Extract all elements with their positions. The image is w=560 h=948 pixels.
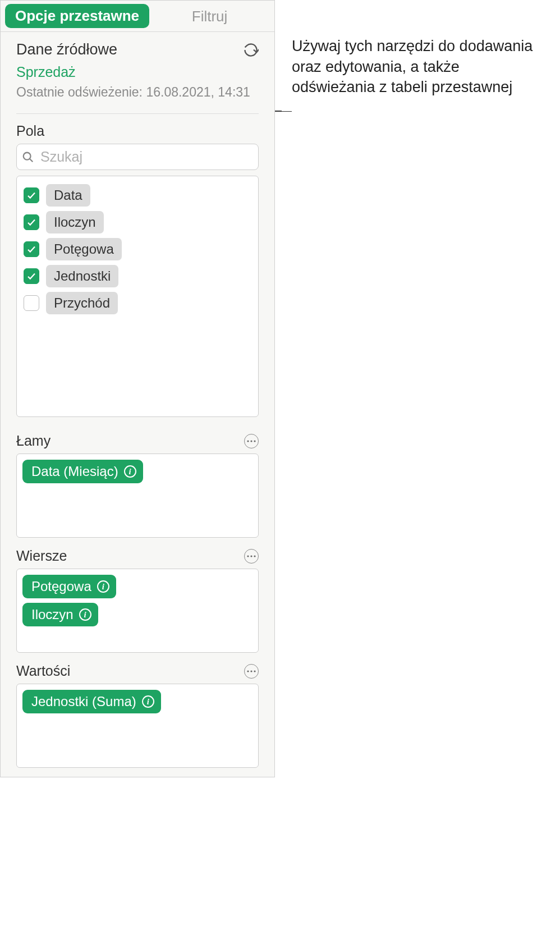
columns-zone-header: Łamy — [1, 433, 274, 449]
source-data-section: Dane źródłowe Sprzedaż Ostatnie odświeże… — [1, 32, 274, 106]
info-icon[interactable]: i — [142, 695, 154, 708]
svg-point-0 — [24, 152, 31, 159]
zone-field-label: Iloczyn — [31, 607, 74, 622]
info-icon[interactable]: i — [97, 580, 109, 593]
field-pill[interactable]: Iloczyn — [46, 211, 104, 233]
tab-pivot-options[interactable]: Opcje przestawne — [5, 4, 149, 28]
zone-field-pill[interactable]: Jednostki (Suma)i — [22, 690, 161, 713]
info-icon[interactable]: i — [124, 465, 136, 478]
svg-point-10 — [254, 670, 255, 672]
values-zone-header: Wartości — [1, 663, 274, 679]
rows-zone-title: Wiersze — [16, 548, 67, 564]
rows-more-icon[interactable] — [244, 549, 259, 564]
svg-point-5 — [247, 555, 249, 557]
field-checkbox[interactable] — [24, 268, 39, 284]
zone-field-label: Data (Miesiąc) — [31, 464, 118, 479]
field-pill[interactable]: Jednostki — [46, 265, 118, 287]
field-pill[interactable]: Przychód — [46, 292, 118, 314]
svg-point-9 — [250, 670, 252, 672]
svg-point-3 — [250, 440, 252, 442]
rows-zone-header: Wiersze — [1, 548, 274, 564]
svg-point-7 — [254, 555, 255, 557]
zone-field-pill[interactable]: Iloczyni — [22, 603, 98, 626]
svg-point-4 — [254, 440, 255, 442]
field-checkbox[interactable] — [24, 241, 39, 257]
search-icon — [22, 151, 34, 163]
fields-section: Pola DataIloczynPotęgowaJednostkiPrzychó… — [1, 114, 274, 423]
columns-more-icon[interactable] — [244, 434, 259, 448]
rows-zone[interactable]: PotęgowaiIloczyni — [16, 569, 259, 653]
field-checkbox[interactable] — [24, 295, 39, 311]
fields-list: DataIloczynPotęgowaJednostkiPrzychód — [16, 176, 259, 417]
field-row: Przychód — [24, 290, 251, 317]
values-more-icon[interactable] — [244, 664, 259, 679]
field-row: Iloczyn — [24, 209, 251, 236]
search-input[interactable] — [16, 144, 259, 170]
field-pill[interactable]: Data — [46, 184, 90, 207]
field-row: Potęgowa — [24, 236, 251, 263]
values-zone-title: Wartości — [16, 663, 70, 679]
source-data-title: Dane źródłowe — [16, 41, 117, 58]
pivot-options-panel: Opcje przestawne Filtruj Dane źródłowe S… — [0, 0, 275, 777]
field-pill[interactable]: Potęgowa — [46, 238, 122, 260]
field-checkbox[interactable] — [24, 214, 39, 230]
zone-field-pill[interactable]: Data (Miesiąc)i — [22, 460, 143, 483]
zone-field-label: Jednostki (Suma) — [31, 694, 136, 709]
callout-text: Używaj tych narzędzi do dodawania oraz e… — [292, 36, 539, 97]
field-checkbox[interactable] — [24, 187, 39, 203]
tab-bar: Opcje przestawne Filtruj — [1, 1, 274, 32]
zone-field-pill[interactable]: Potęgowai — [22, 575, 116, 598]
field-row: Jednostki — [24, 263, 251, 290]
callout: Używaj tych narzędzi do dodawania oraz e… — [275, 0, 539, 117]
svg-point-6 — [250, 555, 252, 557]
columns-zone[interactable]: Data (Miesiąc)i — [16, 454, 259, 538]
field-row: Data — [24, 182, 251, 209]
last-refresh-timestamp: Ostatnie odświeżenie: 16.08.2021, 14:31 — [16, 85, 259, 100]
tab-filter[interactable]: Filtruj — [149, 4, 270, 31]
refresh-icon[interactable] — [243, 42, 259, 58]
columns-zone-title: Łamy — [16, 433, 51, 449]
values-zone[interactable]: Jednostki (Suma)i — [16, 684, 259, 768]
svg-line-1 — [30, 158, 33, 162]
svg-point-8 — [247, 670, 249, 672]
fields-label: Pola — [16, 123, 259, 139]
source-table-name[interactable]: Sprzedaż — [16, 64, 259, 80]
zone-field-label: Potęgowa — [31, 579, 91, 594]
info-icon[interactable]: i — [79, 608, 91, 621]
svg-point-2 — [247, 440, 249, 442]
